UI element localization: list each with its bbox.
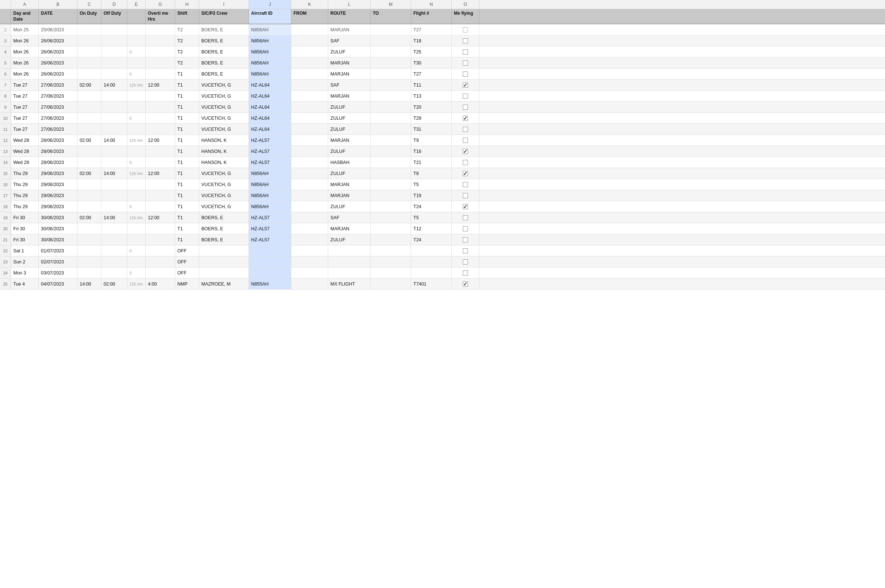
cell-me-flying[interactable]: [452, 24, 479, 35]
cell-me-flying[interactable]: [452, 91, 479, 101]
checkbox[interactable]: [463, 60, 468, 66]
header-flight: Flight #: [411, 9, 452, 24]
cell-col-e: [127, 190, 146, 201]
cell-crew: BOERS, E: [199, 46, 249, 57]
cell-me-flying[interactable]: ✓: [452, 201, 479, 212]
cell-me-flying[interactable]: [452, 267, 479, 278]
cell-me-flying[interactable]: [452, 234, 479, 245]
cell-day: Thu 29: [11, 201, 39, 212]
header-day-date: Day and Date: [11, 9, 39, 24]
cell-me-flying[interactable]: [452, 46, 479, 57]
checkbox[interactable]: ✓: [463, 149, 468, 154]
cell-aircraft: HZ-AL57: [249, 212, 291, 223]
cell-from: [291, 135, 328, 146]
cell-me-flying[interactable]: [452, 179, 479, 190]
checkbox[interactable]: [463, 160, 468, 165]
cell-me-flying[interactable]: [452, 256, 479, 267]
checkbox[interactable]: [463, 94, 468, 99]
checkbox[interactable]: [463, 237, 468, 242]
checkbox[interactable]: ✓: [463, 171, 468, 176]
cell-crew: MAZROEE, M: [199, 279, 249, 289]
cell-route: [328, 245, 370, 256]
cell-off-duty: 14:00: [101, 80, 127, 90]
checkbox[interactable]: [463, 260, 468, 264]
cell-crew: [199, 267, 249, 278]
cell-me-flying[interactable]: ✓: [452, 279, 479, 289]
checkbox[interactable]: [463, 138, 468, 143]
checkbox[interactable]: ✓: [463, 282, 468, 286]
cell-route: [328, 256, 370, 267]
checkbox[interactable]: [463, 193, 468, 198]
cell-overtime: 12:00: [146, 212, 175, 223]
cell-me-flying[interactable]: [452, 223, 479, 234]
cell-crew: HANSON, K: [199, 146, 249, 157]
cell-aircraft: N856AH: [249, 190, 291, 201]
checkbox[interactable]: [463, 50, 468, 54]
row-number: 20: [0, 223, 11, 234]
cell-col-e: [127, 24, 146, 35]
cell-day: Mon 26: [11, 57, 39, 68]
cell-me-flying[interactable]: ✓: [452, 113, 479, 123]
cell-date: 28/06/2023: [39, 135, 77, 146]
cell-me-flying[interactable]: ✓: [452, 168, 479, 178]
cell-me-flying[interactable]: [452, 35, 479, 46]
data-rows-container: 2 Mon 25 25/06/2023 T2 BOERS, E N856AH M…: [0, 24, 885, 290]
cell-shift: T1: [175, 91, 199, 101]
cell-aircraft: HZ-AL64: [249, 102, 291, 112]
cell-me-flying[interactable]: ✓: [452, 80, 479, 90]
cell-col-e: [127, 124, 146, 135]
cell-me-flying[interactable]: ✓: [452, 146, 479, 157]
cell-day: Sat 1: [11, 245, 39, 256]
checkbox[interactable]: [463, 38, 468, 44]
cell-me-flying[interactable]: [452, 57, 479, 68]
cell-to: [370, 113, 411, 123]
cell-me-flying[interactable]: [452, 124, 479, 135]
table-row: 7 Tue 27 27/06/2023 02:00 14:00 12h 0m 1…: [0, 80, 885, 91]
cell-col-e: 0: [127, 201, 146, 212]
table-row: 9 Tue 27 27/06/2023 T1 VUCETICH, G HZ-AL…: [0, 102, 885, 113]
checkbox[interactable]: [463, 182, 468, 187]
cell-aircraft: HZ-AL57: [249, 146, 291, 157]
cell-me-flying[interactable]: [452, 245, 479, 256]
cell-me-flying[interactable]: [452, 212, 479, 223]
checkbox[interactable]: [463, 127, 468, 132]
checkmark-icon: ✓: [463, 171, 468, 177]
checkbox[interactable]: [463, 215, 468, 220]
col-letter-k: K: [291, 0, 328, 9]
checkbox[interactable]: ✓: [463, 116, 468, 121]
cell-overtime: [146, 234, 175, 245]
checkbox[interactable]: [463, 248, 468, 254]
checkbox[interactable]: ✓: [463, 82, 468, 88]
cell-flight: T24: [411, 201, 452, 212]
checkbox[interactable]: [463, 105, 468, 110]
cell-route: MARJAN: [328, 57, 370, 68]
table-row: 16 Thu 29 29/06/2023 T1 VUCETICH, G N856…: [0, 179, 885, 190]
cell-overtime: 12:00: [146, 168, 175, 178]
cell-off-duty: [101, 113, 127, 123]
cell-me-flying[interactable]: [452, 190, 479, 201]
cell-me-flying[interactable]: [452, 102, 479, 112]
row-num-header: [0, 0, 11, 9]
cell-overtime: [146, 267, 175, 278]
row-number: 2: [0, 24, 11, 35]
col-letter-g: G: [146, 0, 175, 9]
cell-off-duty: [101, 69, 127, 79]
cell-shift: T1: [175, 69, 199, 79]
cell-aircraft: N856AH: [249, 201, 291, 212]
checkbox[interactable]: ✓: [463, 204, 468, 209]
checkbox[interactable]: [463, 226, 468, 231]
cell-overtime: [146, 157, 175, 168]
cell-me-flying[interactable]: [452, 69, 479, 79]
cell-from: [291, 80, 328, 90]
cell-shift: T1: [175, 201, 199, 212]
checkbox[interactable]: [463, 27, 468, 32]
cell-to: [370, 234, 411, 245]
col-letter-e: E: [127, 0, 146, 9]
cell-me-flying[interactable]: [452, 135, 479, 146]
cell-overtime: 12:00: [146, 80, 175, 90]
cell-me-flying[interactable]: [452, 157, 479, 168]
cell-on-duty: 02:00: [77, 135, 101, 146]
cell-col-e: [127, 57, 146, 68]
checkbox[interactable]: [463, 72, 468, 76]
checkbox[interactable]: [463, 270, 468, 276]
